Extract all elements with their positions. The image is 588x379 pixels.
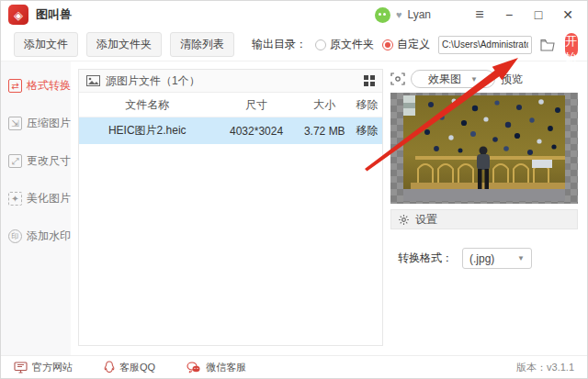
beautify-icon: ✦ (8, 192, 22, 206)
swap-arrows-icon: ⇄ (8, 79, 22, 93)
preview-label: 预览 (501, 72, 523, 87)
radio-original-folder[interactable]: 原文件夹 (315, 37, 374, 52)
watermark-seal-icon: 印 (8, 229, 22, 243)
col-file-name: 文件名称 (79, 97, 216, 113)
source-files-title: 源图片文件（1个） (106, 73, 200, 89)
remove-file-link[interactable]: 移除 (352, 123, 382, 139)
footer-bar: 官方网站 客服QQ 微信客服 版本：v3.1.1 (1, 355, 587, 378)
browse-folder-icon[interactable] (540, 38, 557, 52)
start-convert-button[interactable]: 开始转换 (565, 33, 578, 57)
version-label: 版本：v3.1.1 (516, 361, 574, 374)
sidebar-item-watermark[interactable]: 印 添加水印 (1, 229, 71, 244)
chevron-down-icon: ▼ (470, 75, 478, 84)
title-bar: ◈ 图叫兽 ♥ Lyan ≡ − □ ✕ (1, 1, 587, 28)
resize-icon: ⤢ (8, 154, 22, 168)
sidebar-item-compress-image[interactable]: ⇲ 压缩图片 (1, 116, 71, 131)
chevron-down-icon: ▼ (517, 254, 525, 262)
file-list-panel: 源图片文件（1个） 文件名称 尺寸 大小 移除 HEIC图片2.heic 403… (78, 69, 383, 346)
toolbar: 添加文件 添加文件夹 清除列表 输出目录： 原文件夹 自定义 开始转换 (1, 28, 587, 61)
app-logo-icon: ◈ (8, 5, 28, 25)
app-window: ◈ 图叫兽 ♥ Lyan ≡ − □ ✕ 添加文件 添加文件夹 清除列表 输出目… (0, 0, 588, 379)
settings-body: 转换格式： (.jpg) ▼ (390, 229, 578, 269)
thumbnail-view-icon[interactable] (364, 75, 375, 86)
sidebar-item-label: 压缩图片 (27, 116, 71, 131)
qq-support-link[interactable]: 客服QQ (104, 361, 155, 374)
sidebar-item-label: 添加水印 (27, 229, 71, 244)
wechat-icon (187, 362, 201, 373)
username[interactable]: Lyan (407, 8, 431, 21)
sidebar: ⇄ 格式转换 ⇲ 压缩图片 ⤢ 更改尺寸 ✦ 美化图片 印 添加水印 (1, 61, 71, 355)
sidebar-item-format-convert[interactable]: ⇄ 格式转换 (1, 78, 71, 94)
table-header-row: 文件名称 尺寸 大小 移除 (79, 93, 382, 117)
file-size: 3.72 MB (298, 125, 352, 138)
sidebar-item-beautify[interactable]: ✦ 美化图片 (1, 191, 71, 206)
col-remove: 移除 (352, 97, 382, 113)
radio-custom-folder[interactable]: 自定义 (382, 37, 430, 52)
clear-list-button[interactable]: 清除列表 (170, 32, 234, 57)
wechat-support-link[interactable]: 微信客服 (187, 361, 246, 374)
effect-view-dropdown[interactable]: 效果图 ▼ (411, 70, 495, 88)
file-list-header: 源图片文件（1个） (79, 70, 382, 93)
minimize-button[interactable]: − (497, 7, 521, 22)
qq-penguin-icon (104, 361, 115, 373)
radio-custom-circle[interactable] (382, 39, 393, 50)
compress-icon: ⇲ (8, 117, 22, 130)
effect-dropdown-value: 效果图 (428, 72, 461, 87)
image-icon (86, 75, 100, 86)
settings-header: 设置 (390, 209, 578, 229)
preview-photo (403, 95, 565, 201)
sidebar-item-resize[interactable]: ⤢ 更改尺寸 (1, 153, 71, 169)
user-avatar[interactable] (375, 7, 390, 23)
radio-original-circle[interactable] (315, 39, 326, 50)
settings-title: 设置 (415, 212, 437, 228)
monitor-icon (14, 362, 28, 373)
file-dimensions: 4032*3024 (216, 125, 298, 138)
maximize-button[interactable]: □ (526, 7, 550, 22)
menu-icon[interactable]: ≡ (468, 6, 492, 23)
col-dimensions: 尺寸 (216, 97, 298, 113)
file-name: HEIC图片2.heic (79, 123, 216, 139)
sidebar-item-label: 美化图片 (27, 191, 71, 206)
preview-image-area[interactable] (390, 93, 578, 204)
add-file-button[interactable]: 添加文件 (14, 32, 78, 57)
preview-scan-icon (390, 72, 405, 85)
convert-format-dropdown[interactable]: (.jpg) ▼ (462, 248, 532, 269)
preview-header: 效果图 ▼ 预览 (390, 69, 578, 89)
output-path-input[interactable] (438, 36, 532, 54)
official-website-link[interactable]: 官方网站 (14, 361, 73, 374)
close-button[interactable]: ✕ (556, 7, 580, 22)
app-title: 图叫兽 (36, 6, 72, 23)
convert-format-label: 转换格式： (398, 251, 453, 266)
add-folder-button[interactable]: 添加文件夹 (86, 32, 162, 57)
sidebar-item-label: 格式转换 (27, 78, 71, 94)
sidebar-item-label: 更改尺寸 (27, 153, 71, 169)
table-row[interactable]: HEIC图片2.heic 4032*3024 3.72 MB 移除 (79, 117, 382, 144)
preview-panel: 效果图 ▼ 预览 (389, 61, 587, 355)
format-value: (.jpg) (469, 252, 494, 265)
col-size: 大小 (298, 97, 352, 113)
vip-badge-icon: ♥ (396, 9, 402, 20)
main-area: 源图片文件（1个） 文件名称 尺寸 大小 移除 HEIC图片2.heic 403… (71, 61, 389, 355)
output-dir-label: 输出目录： (252, 37, 307, 52)
gear-icon (398, 214, 410, 226)
